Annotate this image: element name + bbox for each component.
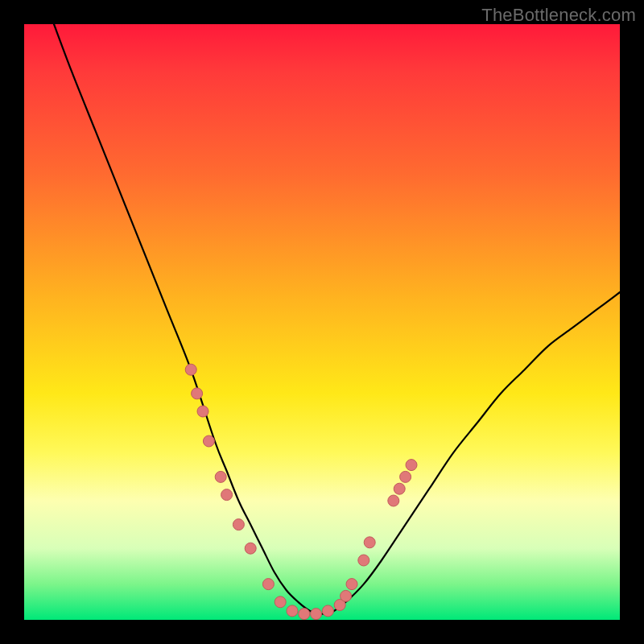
data-marker (358, 555, 369, 566)
bottleneck-curve (54, 24, 620, 614)
data-marker (245, 543, 256, 554)
watermark-text: TheBottleneck.com (481, 5, 636, 26)
data-marker (388, 495, 399, 506)
data-marker (406, 460, 417, 471)
data-marker (346, 579, 357, 590)
chart-svg (24, 24, 620, 620)
data-marker (299, 609, 310, 620)
data-marker (203, 436, 214, 447)
data-marker (322, 605, 333, 617)
data-marker (197, 406, 208, 417)
data-marker (192, 388, 203, 399)
data-marker (185, 364, 196, 375)
data-marker (364, 537, 375, 548)
data-marker (233, 519, 244, 530)
data-marker (221, 489, 233, 501)
data-marker (287, 605, 298, 617)
marker-group (185, 364, 417, 619)
data-marker (215, 471, 226, 482)
data-marker (394, 483, 405, 494)
data-marker (400, 471, 411, 482)
data-marker (275, 597, 286, 608)
data-marker (262, 579, 274, 590)
data-marker (311, 609, 322, 620)
data-marker (341, 590, 352, 601)
